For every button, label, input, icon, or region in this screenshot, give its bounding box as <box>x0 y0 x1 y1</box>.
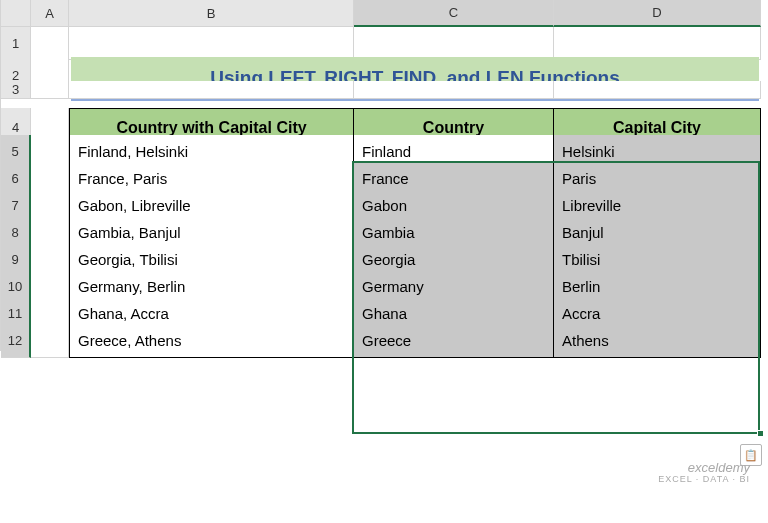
cell-D12[interactable]: Athens <box>554 324 761 358</box>
fill-handle[interactable] <box>757 430 764 437</box>
row-header-12[interactable]: 12 <box>1 324 31 358</box>
cell-B1[interactable] <box>69 27 354 60</box>
col-header-D[interactable]: D <box>554 0 761 27</box>
watermark-sub: EXCEL · DATA · BI <box>658 475 750 485</box>
watermark-text: exceldemy <box>658 461 750 475</box>
watermark: exceldemy EXCEL · DATA · BI <box>658 461 750 485</box>
col-header-C[interactable]: C <box>354 0 554 27</box>
cell-D3[interactable] <box>554 81 761 99</box>
cell-B3[interactable] <box>69 81 354 99</box>
cell-D1[interactable] <box>554 27 761 60</box>
paste-options-icon[interactable]: 📋 <box>740 444 762 466</box>
row-header-3[interactable]: 3 <box>1 81 31 99</box>
cell-C12[interactable]: Greece <box>354 324 554 358</box>
select-all-corner[interactable] <box>1 0 31 27</box>
spreadsheet-grid[interactable]: A B C D 1 2 Using LEFT, RIGHT, FIND, and… <box>0 0 768 351</box>
col-header-B[interactable]: B <box>69 0 354 27</box>
cell-A3[interactable] <box>31 81 69 99</box>
cell-C1[interactable] <box>354 27 554 60</box>
cell-C3[interactable] <box>354 81 554 99</box>
col-header-A[interactable]: A <box>31 0 69 27</box>
cell-A12[interactable] <box>31 324 69 358</box>
cell-B12[interactable]: Greece, Athens <box>69 324 354 358</box>
